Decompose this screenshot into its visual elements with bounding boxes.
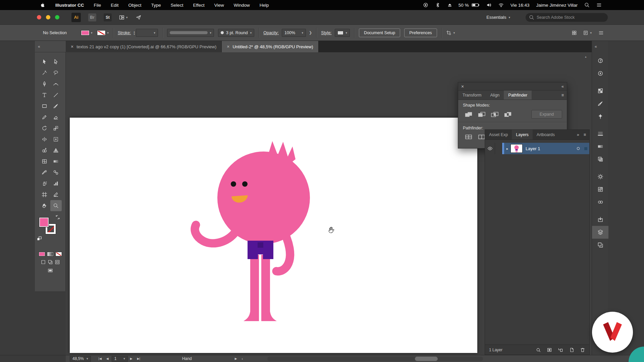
perspective-grid-tool[interactable] [50,145,62,156]
symbols-panel-icon[interactable] [592,110,608,123]
last-artboard-icon[interactable]: ▶| [137,357,140,360]
status-popup-icon[interactable]: ▶ [235,357,237,360]
magic-wand-tool[interactable] [39,67,50,78]
stroke-weight-field[interactable]: ▾ [136,29,158,37]
swap-fill-stroke-icon[interactable] [55,215,60,220]
artboard-tool[interactable] [39,189,50,200]
window-close-button[interactable] [37,15,41,19]
stroke-panel-link[interactable]: Stroke: [118,31,131,35]
opacity-expand-chevron[interactable]: ❯ [309,31,312,35]
menu-edit[interactable]: Edit [111,3,118,8]
window-zoom-button[interactable] [55,15,59,19]
lasso-tool[interactable] [50,67,62,78]
layer-visibility-eye-icon[interactable] [485,143,495,154]
brushes-panel-icon[interactable] [592,97,608,110]
document-tab-active[interactable]: × Untitled-2* @ 48,5% (RGB/GPU Preview) [222,41,318,52]
stock-search-input[interactable] [537,15,604,20]
gradient-tool[interactable] [50,156,62,167]
pathfinder-divide-icon[interactable] [463,132,474,141]
locate-object-icon[interactable] [536,347,541,353]
workspace-switcher[interactable]: Essentials [486,15,506,20]
fill-caret[interactable]: ▾ [91,31,93,35]
next-artboard-icon[interactable]: ▶ [130,357,132,360]
apple-menu-icon[interactable] [40,2,46,8]
spotlight-search-icon[interactable] [584,2,590,8]
bluetooth-icon[interactable] [435,2,440,8]
tab-align[interactable]: Align [486,90,504,100]
user-menu[interactable]: Jaime Jiménez Villar [536,3,578,8]
blend-tool[interactable] [50,167,62,178]
horizontal-scrollbar-track[interactable] [267,357,483,361]
fill-color-swatch[interactable] [81,30,90,36]
tab-close-icon[interactable]: × [227,44,229,49]
style-swatch-dropdown[interactable]: ▾ [335,29,350,37]
menu-clock[interactable]: Vie 16:43 [511,3,530,8]
shape-mode-unite-icon[interactable] [463,110,474,119]
symbol-sprayer-tool[interactable] [39,178,50,189]
menu-help[interactable]: Help [260,3,269,8]
zoom-level-select[interactable]: 48,5% ▾ [70,356,91,362]
slice-tool[interactable] [50,189,62,200]
document-setup-button[interactable]: Document Setup [359,28,400,37]
color-button[interactable] [39,252,45,256]
bridge-button[interactable]: Br [88,13,96,21]
document-tab-inactive[interactable]: × textos 21 ago v2 copy (1) [Converted].… [66,41,222,52]
gradient-button[interactable] [47,252,54,256]
tab-layers[interactable]: Layers [512,130,533,139]
fill-color-box[interactable] [39,217,49,227]
curvature-tool[interactable] [50,78,62,89]
stroke-caret[interactable]: ▾ [107,31,109,35]
paintbrush-tool[interactable] [50,101,62,112]
tab-asset-export[interactable]: Asset Exp [485,130,512,139]
eject-icon[interactable] [447,2,452,8]
layer-target-icon[interactable] [576,146,581,151]
delete-layer-icon[interactable] [580,347,585,353]
direct-selection-tool[interactable] [50,56,62,67]
appearance-panel-icon[interactable] [592,170,608,183]
layers-panel-icon[interactable] [592,226,608,239]
recorder-logo-bubble[interactable] [592,312,633,353]
stroke-color-swatch[interactable] [97,30,106,36]
links-panel-icon[interactable] [592,196,608,208]
layer-row[interactable]: ▸ Layer 1 [485,143,589,154]
workspace-caret[interactable]: ▾ [508,16,510,19]
menu-object[interactable]: Object [128,3,142,8]
screen-mode-icon[interactable] [48,268,53,273]
artboards-panel-icon[interactable] [592,239,608,251]
layer-disclosure-icon[interactable]: ▸ [506,147,508,150]
layer-thumbnail[interactable] [511,144,523,153]
color-panel-icon[interactable] [592,54,608,67]
tab-pathfinder[interactable]: Pathfinder [504,90,532,100]
hand-tool[interactable] [39,200,50,211]
panel-strip-collapse-icon[interactable]: « [595,44,597,49]
graphic-styles-panel-icon[interactable] [592,183,608,196]
window-minimize-button[interactable] [46,15,50,19]
make-clipping-mask-icon[interactable] [547,347,552,353]
crop-marks-caret[interactable]: ▾ [453,31,455,35]
share-icon[interactable] [136,15,141,20]
new-layer-icon[interactable] [569,347,574,353]
stock-button[interactable]: St [104,13,112,21]
default-fill-stroke-icon[interactable] [37,236,42,241]
battery-icon[interactable] [472,3,480,7]
menu-file[interactable]: File [94,3,101,8]
panel-menu-icon[interactable]: ≡ [561,90,567,100]
wifi-icon[interactable] [498,2,504,8]
rectangle-tool[interactable] [39,101,50,112]
gradient-panel-icon[interactable] [592,140,608,153]
app-menu-name[interactable]: Illustrator CC [55,3,84,8]
menu-type[interactable]: Type [151,3,161,8]
arrange-documents-icon[interactable] [119,15,124,20]
pencil-tool[interactable] [39,112,50,123]
eraser-tool[interactable] [50,112,62,123]
horizontal-scrollbar-thumb[interactable] [415,357,438,361]
brush-dropdown[interactable]: 3 pt. Round ▾ [218,29,254,37]
type-tool[interactable] [39,89,50,101]
shape-mode-minus-front-icon[interactable] [476,110,487,119]
style-panel-link[interactable]: Style: [321,31,331,35]
width-tool[interactable] [39,134,50,145]
layer-name[interactable]: Layer 1 [526,146,576,151]
none-button[interactable] [55,252,62,256]
mesh-tool[interactable] [39,156,50,167]
panel-collapse-icon[interactable]: « [561,84,564,89]
